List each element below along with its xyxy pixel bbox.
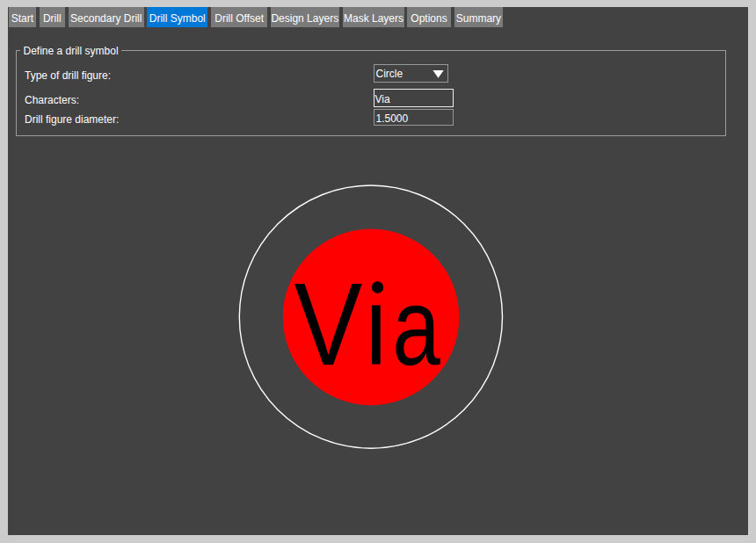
svg-text:a: a (392, 264, 440, 387)
svg-text:V: V (294, 258, 363, 389)
